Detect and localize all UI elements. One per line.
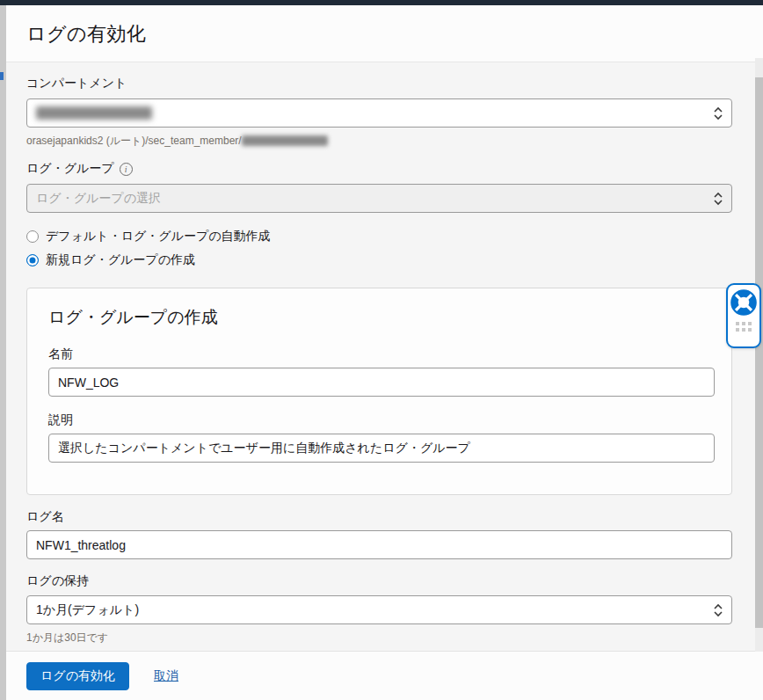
cancel-link[interactable]: 取消 <box>154 668 178 684</box>
log-name-input[interactable] <box>26 530 732 559</box>
scrollbar-track <box>755 58 763 652</box>
log-group-select-placeholder: ログ・グループの選択 <box>36 191 161 207</box>
log-group-mode-radio-group: デフォルト・ログ・グループの自動作成 新規ログ・グループの作成 <box>26 229 763 268</box>
radio-create-new-label: 新規ログ・グループの作成 <box>46 252 195 268</box>
retention-select[interactable]: 1か月(デフォルト) <box>26 595 732 624</box>
chevron-updown-icon <box>714 106 723 120</box>
support-chat-widget[interactable] <box>726 283 761 348</box>
panel-footer: ログの有効化 取消 <box>6 651 763 700</box>
compartment-path-prefix: orasejapankids2 (ルート)/sec_team_member/ <box>26 135 242 147</box>
radio-checked-icon <box>26 254 39 266</box>
compartment-label: コンパートメント <box>26 76 763 91</box>
drag-handle-dots-icon[interactable] <box>736 322 752 332</box>
background-page-fragment <box>0 72 4 80</box>
life-ring-icon <box>730 289 757 316</box>
radio-create-new-log-group[interactable]: 新規ログ・グループの作成 <box>26 252 763 268</box>
description-label: 説明 <box>48 412 710 428</box>
enable-log-panel: ログの有効化 コンパートメント orasejapankids2 (ルート)/se… <box>6 5 763 700</box>
radio-auto-default-log-group[interactable]: デフォルト・ログ・グループの自動作成 <box>26 229 763 244</box>
page-title: ログの有効化 <box>6 5 763 47</box>
compartment-redacted-value <box>36 106 152 120</box>
window-top-bar <box>0 0 763 5</box>
scrollbar-thumb[interactable] <box>755 77 763 628</box>
log-group-select: ログ・グループの選択 <box>26 184 732 213</box>
chevron-updown-icon <box>714 192 723 206</box>
info-icon[interactable]: i <box>120 163 133 176</box>
retention-help-text: 1か月は30日です <box>26 631 763 645</box>
retention-label: ログの保持 <box>26 573 763 589</box>
panel-header: ログの有効化 <box>6 5 763 62</box>
enable-log-button[interactable]: ログの有効化 <box>26 662 129 690</box>
log-group-label: ログ・グループ <box>26 161 114 177</box>
background-page-edge <box>0 5 6 700</box>
log-group-name-input[interactable] <box>48 368 715 397</box>
compartment-path: orasejapankids2 (ルート)/sec_team_member/ <box>26 134 763 149</box>
chevron-updown-icon <box>714 603 723 617</box>
log-group-description-input[interactable] <box>48 434 715 463</box>
log-name-label: ログ名 <box>26 509 763 525</box>
compartment-select[interactable] <box>26 98 732 128</box>
name-label: 名前 <box>48 346 710 362</box>
compartment-path-redacted <box>242 135 328 146</box>
radio-unchecked-icon <box>26 230 39 243</box>
radio-auto-default-label: デフォルト・ログ・グループの自動作成 <box>46 229 271 244</box>
panel-body: コンパートメント orasejapankids2 (ルート)/sec_team_… <box>6 63 763 656</box>
create-log-group-title: ログ・グループの作成 <box>48 306 710 329</box>
create-log-group-card: ログ・グループの作成 名前 説明 <box>26 288 732 495</box>
retention-selected-value: 1か月(デフォルト) <box>36 602 139 618</box>
